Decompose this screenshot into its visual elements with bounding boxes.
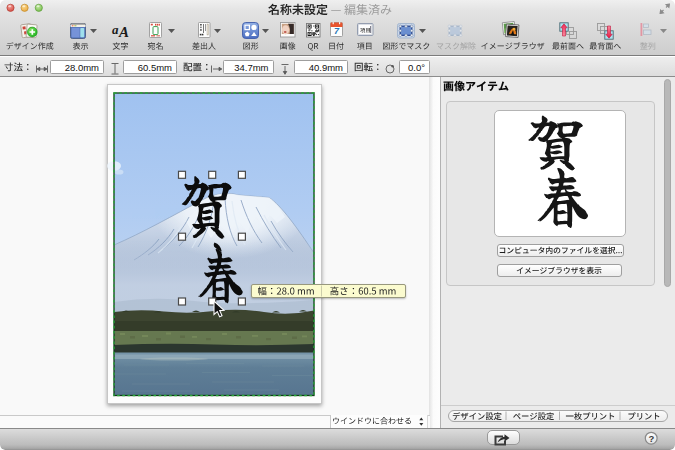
svg-text:?: ? — [648, 432, 654, 443]
svg-text:A: A — [118, 24, 129, 40]
svg-text:a: a — [112, 22, 119, 37]
